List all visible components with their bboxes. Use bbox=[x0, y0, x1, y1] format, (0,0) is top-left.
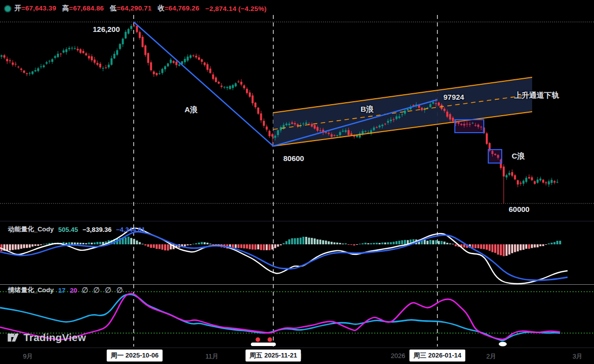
trough-price-label: 80600 bbox=[283, 154, 304, 163]
tradingview-logo-text: TradingView bbox=[23, 332, 86, 344]
ohlc-high: 高=67,684.86 bbox=[62, 4, 107, 13]
price-chart-canvas[interactable] bbox=[0, 0, 594, 364]
tradingview-chart-window: { "ohlc_bar": { "open_label": "开", "open… bbox=[0, 0, 594, 364]
sentiment-empty-values: ∅ ∅ ∅ ∅ bbox=[82, 286, 125, 295]
axis-month-label: 2月 bbox=[486, 352, 496, 361]
momentum-value-2: −3,839.36 bbox=[83, 226, 112, 233]
axis-date-badge: 周一 2025-10-06 bbox=[107, 350, 163, 362]
peak-price-label: 126,200 bbox=[93, 25, 120, 33]
bottom-price-label: 60000 bbox=[509, 205, 530, 213]
ohlc-bar: 开=67,643.39 高=67,684.86 低=64,290.71 收=64… bbox=[4, 4, 270, 13]
axis-month-label: 9月 bbox=[23, 352, 33, 361]
sentiment-value-1: 17 bbox=[58, 287, 65, 294]
momentum-indicator-title: 动能量化_Cody bbox=[8, 225, 54, 234]
sentiment-indicator-header[interactable]: 情绪量化_Cody 17 20 ∅ ∅ ∅ ∅ bbox=[8, 286, 124, 295]
axis-month-label: 11月 bbox=[205, 352, 219, 361]
ohlc-open: 开=67,643.39 bbox=[14, 4, 59, 13]
sentiment-indicator-title: 情绪量化_Cody bbox=[8, 286, 54, 295]
tradingview-logo[interactable]: TradingView bbox=[7, 332, 86, 344]
wave-c-label: C浪 bbox=[512, 152, 525, 161]
ohlc-close: 收=64,769.26 bbox=[158, 4, 202, 13]
wave-a-label: A浪 bbox=[185, 105, 198, 115]
axis-date-badge: 周五 2025-11-21 bbox=[245, 350, 301, 362]
momentum-value-3: −4,344.81 bbox=[116, 226, 145, 233]
momentum-indicator-header[interactable]: 动能量化_Cody 505.45 −3,839.36 −4,344.81 bbox=[8, 225, 145, 234]
ohlc-low: 低=64,290.71 bbox=[110, 4, 155, 13]
axis-date-badge: 周三 2026-01-14 bbox=[409, 350, 465, 362]
b-top-price-label: 97924 bbox=[443, 93, 464, 101]
tradingview-logo-icon bbox=[7, 332, 19, 344]
axis-month-label: 2026 bbox=[391, 352, 405, 360]
series-color-dot-icon bbox=[4, 5, 11, 12]
wave-b-label: B浪 bbox=[361, 105, 374, 114]
channel-label: 上升通道下轨 bbox=[514, 91, 559, 100]
ohlc-change: −2,874.14 (−4.25%) bbox=[205, 5, 267, 12]
axis-month-label: 3月 bbox=[573, 352, 583, 361]
momentum-value-1: 505.45 bbox=[58, 226, 78, 233]
sentiment-value-2: 20 bbox=[70, 287, 77, 294]
